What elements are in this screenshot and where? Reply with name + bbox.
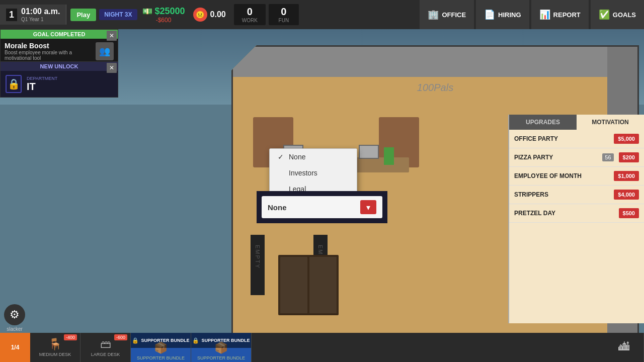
goal-completed-banner: GOAL COMPLETED ✕ Morale Boost Boost empl… — [0, 29, 118, 64]
locked-overlay-2: 🔒 SUPPORTER BUNDLE — [191, 333, 251, 348]
motivation-item-pizza-party: PIZZA PARTY 56 $200 — [509, 148, 644, 167]
supporter-bundle-label-2: SUPPORTER BUNDLE — [197, 355, 245, 360]
lock-icon-2: 🔒 — [192, 337, 199, 344]
empty-slot-left: EMPTY — [251, 235, 265, 295]
money-change: -$600 — [156, 17, 172, 24]
motivation-item-strippers: STRIPPERS $4,000 — [509, 186, 644, 204]
locked-text-1: SUPPORTER BUNDLE — [141, 338, 189, 343]
medium-desk-label: Medium Desk — [39, 352, 71, 357]
hiring-label: HIRING — [498, 11, 521, 19]
play-button[interactable]: Play — [70, 9, 96, 21]
date-badge: 1 — [6, 9, 17, 21]
goals-button[interactable]: ✅ GOALS — [591, 0, 644, 29]
report-icon: 📊 — [539, 9, 550, 20]
top-wall — [233, 47, 637, 77]
locked-overlay-1: 🔒 SUPPORTER BUNDLE — [131, 333, 191, 348]
desk-top-center — [354, 157, 409, 172]
unlock-banner: NEW UNLOCK ✕ 🔒 DEPARTMENT IT — [0, 61, 118, 98]
checkmark-icon: ✓ — [278, 153, 285, 161]
goals-label: GOALS — [613, 11, 636, 19]
company-name-top: 100Pals — [417, 82, 453, 94]
report-button[interactable]: 📊 REPORT — [531, 0, 589, 29]
bottom-toolbar: 1/4 -400 🪑 Medium Desk -600 🗃 Large Desk… — [0, 333, 644, 362]
office-doors — [278, 255, 339, 315]
motivation-name-3: STRIPPERS — [514, 191, 611, 198]
gear-icon[interactable]: ⚙ — [4, 304, 25, 325]
motivation-name-4: PRETZEL DAY — [514, 210, 616, 217]
lock-icon-1: 🔒 — [132, 337, 139, 344]
fun-count: 0 — [281, 6, 286, 18]
motivation-price-1[interactable]: $200 — [619, 152, 639, 162]
toolbar-item-large-desk[interactable]: -600 🗃 Large Desk — [80, 333, 131, 362]
chevron-down-icon[interactable]: ▾ — [360, 200, 376, 214]
motivation-price-2[interactable]: $1,000 — [614, 171, 639, 181]
datetime-info: 01:00 a.m. Q1 Year 1 — [21, 7, 60, 22]
goal-description: Boost employee morale with a motivationa… — [5, 50, 92, 61]
selector-control[interactable]: None ▾ — [262, 196, 382, 218]
office-button[interactable]: 🏢 OFFICE — [420, 0, 474, 29]
goal-title: Morale Boost — [5, 42, 92, 50]
goal-header: GOAL COMPLETED — [1, 30, 118, 39]
fun-stat: 0 FUN — [269, 4, 299, 25]
unlock-text: DEPARTMENT IT — [27, 76, 57, 93]
tab-motivation[interactable]: MOTIVATION — [577, 115, 644, 130]
dropdown-item-investors[interactable]: Investors — [270, 165, 357, 181]
unlock-department-name: IT — [27, 81, 57, 93]
motivation-count-1: 56 — [602, 153, 613, 161]
goal-close-button[interactable]: ✕ — [107, 31, 117, 41]
selector-value: None — [268, 203, 287, 212]
motivation-name-0: OFFICE PARTY — [514, 135, 611, 142]
locked-text-2: SUPPORTER BUNDLE — [201, 338, 250, 343]
toolbar-item-medium-desk[interactable]: -400 🪑 Medium Desk — [30, 333, 80, 362]
motivation-price-0[interactable]: $5,000 — [614, 134, 639, 144]
hiring-icon: 📄 — [484, 9, 495, 20]
work-count: 0 — [247, 6, 253, 18]
hiring-button[interactable]: 📄 HIRING — [476, 0, 529, 29]
unlock-close-button[interactable]: ✕ — [107, 63, 117, 73]
motivation-name-1: PIZZA PARTY — [514, 154, 599, 161]
quarter-display: Q1 Year 1 — [21, 17, 60, 23]
tab-upgrades[interactable]: UPGRADES — [509, 115, 577, 130]
work-stat: 0 WORK — [234, 4, 266, 25]
unlock-content: 🔒 DEPARTMENT IT — [1, 71, 118, 97]
motivation-name-2: EMPLOYEE OF MONTH — [514, 172, 611, 179]
money-display: 💵 $25000 -$600 — [142, 6, 185, 24]
goal-text: Morale Boost Boost employee morale with … — [5, 42, 92, 61]
goal-people-icon: 👥 — [96, 42, 114, 60]
large-desk-badge: -600 — [114, 334, 127, 340]
office-label: OFFICE — [442, 11, 466, 19]
slacker-label: slacker — [4, 326, 25, 332]
right-panel: UPGRADES MOTIVATION OFFICE PARTY $5,000 … — [508, 115, 644, 323]
large-desk-label: Large Desk — [91, 352, 120, 357]
monitor-right — [359, 145, 379, 159]
happiness-display: 😐 0.00 — [193, 8, 226, 22]
panel-tabs: UPGRADES MOTIVATION — [509, 115, 644, 130]
motivation-item-employee-month: EMPLOYEE OF MONTH $1,000 — [509, 167, 644, 186]
night-badge: NIGHT 3X — [99, 9, 137, 20]
time-display: 01:00 a.m. — [21, 7, 60, 16]
plant-object — [384, 147, 394, 165]
unlock-category-label: DEPARTMENT — [27, 76, 57, 81]
medium-desk-icon: 🪑 — [48, 338, 62, 351]
dropdown-option-none: None — [289, 153, 305, 161]
motivation-item-pretzel-day: PRETZEL DAY $500 — [509, 204, 644, 223]
motivation-price-3[interactable]: $4,000 — [614, 190, 639, 200]
toolbar-item-city[interactable]: 🏙 — [604, 333, 644, 362]
toolbar-item-supporter-1[interactable]: 🔒 SUPPORTER BUNDLE 📦 SUPPORTER BUNDLE — [131, 333, 191, 362]
money-amount: 💵 $25000 — [142, 6, 185, 17]
motivation-price-4[interactable]: $500 — [619, 208, 639, 218]
department-selector-panel: None ▾ — [257, 191, 387, 223]
date-display: 1 01:00 a.m. Q1 Year 1 — [0, 5, 66, 24]
dropdown-item-none[interactable]: ✓ None — [270, 149, 357, 165]
medium-desk-badge: -400 — [64, 334, 77, 340]
goal-content: Morale Boost Boost employee morale with … — [1, 39, 118, 64]
supporter-bundle-label-1: SUPPORTER BUNDLE — [137, 355, 185, 360]
office-icon: 🏢 — [428, 9, 439, 20]
happiness-face-icon: 😐 — [193, 8, 207, 22]
toolbar-item-supporter-2[interactable]: 🔒 SUPPORTER BUNDLE 📦 SUPPORTER BUNDLE — [191, 333, 252, 362]
slacker-widget: ⚙ slacker — [4, 304, 25, 332]
goals-icon: ✅ — [599, 9, 610, 20]
unlock-header: NEW UNLOCK — [1, 62, 118, 71]
motivation-item-office-party: OFFICE PARTY $5,000 — [509, 130, 644, 148]
work-label: WORK — [242, 18, 258, 23]
